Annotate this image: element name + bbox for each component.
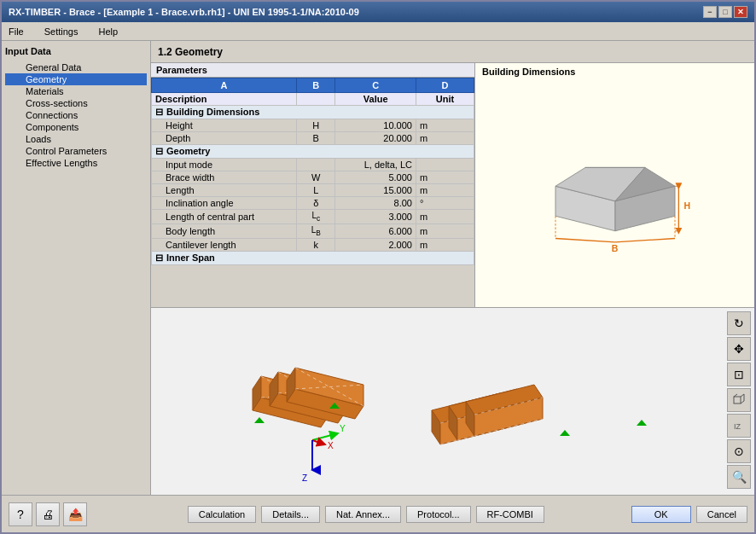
table-row: Height H 10.000 m [152, 119, 474, 132]
row-inclination-unit: ° [416, 197, 474, 210]
table-row: Input mode L, delta, LC [152, 159, 474, 171]
viz-view1-btn[interactable] [727, 388, 751, 412]
title-controls: − □ ✕ [703, 6, 747, 18]
row-cantilever-value[interactable]: 2.000 [335, 239, 416, 252]
svg-text:IZ: IZ [734, 422, 741, 431]
viz-pan-btn[interactable]: ✥ [727, 337, 751, 361]
sidebar-item-components[interactable]: Components [5, 121, 147, 133]
row-inputmode-sym [297, 159, 335, 171]
svg-text:Y: Y [340, 424, 346, 433]
help-button[interactable]: ? [9, 502, 32, 526]
params-header: Parameters [151, 63, 474, 78]
group-inner-span[interactable]: ⊟Inner Span [152, 252, 474, 265]
nat-annex-button[interactable]: Nat. Annex... [325, 506, 401, 523]
viz-rotate-btn[interactable]: ↻ [727, 311, 751, 335]
row-bodylength-value[interactable]: 6.000 [335, 224, 416, 239]
protocol-button[interactable]: Protocol... [406, 506, 471, 523]
sidebar-item-geometry[interactable]: Geometry [5, 73, 147, 85]
svg-text:B: B [611, 243, 618, 253]
group-label-inner-span: ⊟Inner Span [152, 252, 474, 265]
sidebar: Input Data General Data Geometry Materia… [2, 41, 151, 495]
building-dims-panel: Building Dimensions [475, 63, 754, 307]
desc-header: Description [152, 93, 297, 106]
group-label-geometry: ⊟Geometry [152, 145, 474, 159]
table-row: Inclination angle δ 8.00 ° [152, 197, 474, 210]
row-centralpart-unit: m [416, 210, 474, 224]
sidebar-item-connections[interactable]: Connections [5, 109, 147, 121]
minimize-button[interactable]: − [703, 6, 717, 18]
menu-help[interactable]: Help [95, 26, 121, 38]
row-bracewidth-unit: m [416, 171, 474, 184]
viz-search-btn[interactable]: 🔍 [727, 465, 751, 489]
row-inclination-value[interactable]: 8.00 [335, 197, 416, 210]
content-area: Parameters A [151, 63, 754, 307]
building-dims-image: H B [475, 80, 754, 307]
rf-combi-button[interactable]: RF-COMBI [476, 506, 544, 523]
bottom-left-buttons: ? 🖨 📤 [9, 502, 87, 526]
row-cantilever-unit: m [416, 239, 474, 252]
menu-settings[interactable]: Settings [41, 26, 82, 38]
sidebar-item-materials[interactable]: Materials [5, 85, 147, 97]
sidebar-item-effective-lengths[interactable]: Effective Lengths [5, 157, 147, 169]
close-button[interactable]: ✕ [734, 6, 747, 18]
row-depth-desc: Depth [152, 132, 297, 145]
svg-line-7 [555, 239, 615, 242]
row-length-value[interactable]: 15.000 [335, 184, 416, 197]
calculation-button[interactable]: Calculation [188, 506, 256, 523]
svg-text:Z: Z [302, 473, 307, 483]
viz-zoom-btn[interactable]: ⊡ [727, 363, 751, 386]
row-centralpart-value[interactable]: 3.000 [335, 210, 416, 224]
row-height-unit: m [416, 119, 474, 132]
col-header-a: A [152, 78, 297, 93]
sidebar-item-loads[interactable]: Loads [5, 133, 147, 145]
value-header: Value [335, 93, 416, 106]
sidebar-title: Input Data [5, 44, 147, 58]
params-data-table: A B C D Description Value Unit [151, 78, 474, 265]
row-height-desc: Height [152, 119, 297, 132]
row-centralpart-sym: Lc [297, 210, 335, 224]
group-building-dimensions[interactable]: ⊟Building Dimensions [152, 106, 474, 119]
group-geometry[interactable]: ⊟Geometry [152, 145, 474, 159]
row-inputmode-unit [416, 159, 474, 171]
cancel-button[interactable]: Cancel [696, 506, 747, 523]
section-header: 1.2 Geometry [151, 41, 754, 63]
viz-view2-btn[interactable]: IZ [727, 414, 751, 438]
row-depth-unit: m [416, 132, 474, 145]
sym-header [297, 93, 335, 106]
row-inclination-desc: Inclination angle [152, 197, 297, 210]
row-centralpart-desc: Length of central part [152, 210, 297, 224]
row-bracewidth-sym: W [297, 171, 335, 184]
row-bodylength-sym: LB [297, 224, 335, 239]
table-row: Brace width W 5.000 m [152, 171, 474, 184]
row-cantilever-desc: Cantilever length [152, 239, 297, 252]
export-button[interactable]: 📤 [63, 502, 87, 526]
sidebar-item-cross-sections[interactable]: Cross-sections [5, 97, 147, 109]
row-bracewidth-value[interactable]: 5.000 [335, 171, 416, 184]
window-title: RX-TIMBER - Brace - [Example 1 - Brace.v… [9, 7, 359, 17]
print-button[interactable]: 🖨 [36, 502, 60, 526]
col-header-c: C [335, 78, 416, 93]
table-row: Depth B 20.000 m [152, 132, 474, 145]
svg-line-8 [615, 239, 675, 242]
menu-file[interactable]: File [5, 26, 27, 38]
brace-visualization: Y X Z [184, 316, 722, 487]
maximize-button[interactable]: □ [718, 6, 732, 18]
col-header-b: B [297, 78, 335, 93]
viz-controls: ↻ ✥ ⊡ IZ ⊙ 🔍 [727, 311, 751, 489]
table-row: Cantilever length k 2.000 m [152, 239, 474, 252]
sidebar-item-control-parameters[interactable]: Control Parameters [5, 145, 147, 157]
row-inputmode-value[interactable]: L, delta, LC [335, 159, 416, 171]
viz-view3-btn[interactable]: ⊙ [727, 439, 751, 463]
details-button[interactable]: Details... [261, 506, 320, 523]
svg-line-59 [741, 401, 744, 403]
row-depth-value[interactable]: 20.000 [335, 132, 416, 145]
main-content: Input Data General Data Geometry Materia… [2, 41, 754, 495]
right-panel: 1.2 Geometry Parameters [151, 41, 754, 495]
ok-button[interactable]: OK [631, 506, 691, 523]
svg-text:H: H [683, 200, 690, 211]
row-cantilever-sym: k [297, 239, 335, 252]
title-bar: RX-TIMBER - Brace - [Example 1 - Brace.v… [2, 2, 754, 22]
sidebar-item-general-data[interactable]: General Data [5, 61, 147, 73]
row-height-value[interactable]: 10.000 [335, 119, 416, 132]
row-bodylength-desc: Body length [152, 224, 297, 239]
